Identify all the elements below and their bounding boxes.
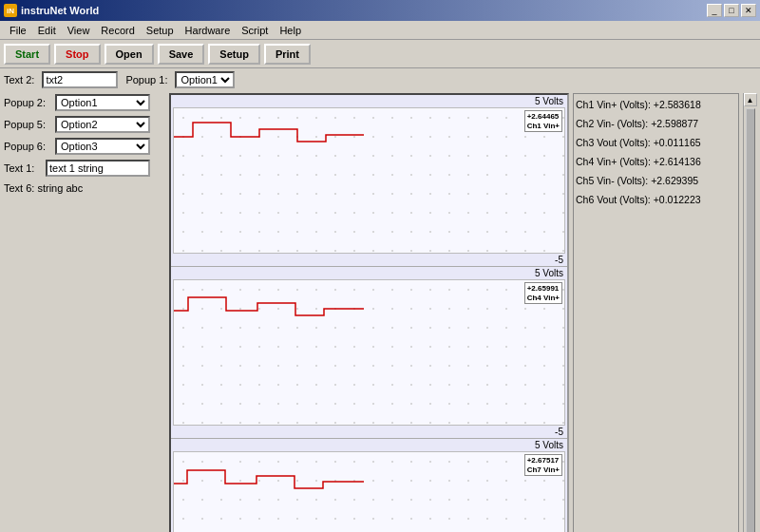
chart3-value-box: +2.67517 Ch7 Vin+ (524, 454, 562, 476)
popup5-label: Popup 5: (4, 119, 51, 130)
stop-button[interactable]: Stop (54, 44, 100, 65)
ch6-reading: Ch6 Vout (Volts): +0.012223 (576, 191, 736, 208)
popup5-row: Popup 5: Option1Option2Option3 (4, 115, 165, 134)
menu-setup[interactable]: Setup (141, 23, 180, 38)
menu-script[interactable]: Script (236, 23, 274, 38)
menu-bar: File Edit View Record Setup Hardware Scr… (0, 21, 760, 40)
popup2-select[interactable]: Option1Option2Option3 (55, 94, 150, 111)
scroll-thumb[interactable] (746, 108, 755, 532)
minimize-button[interactable]: _ (707, 4, 722, 17)
chart2-value-box: +2.65991 Ch4 Vin+ (524, 282, 562, 304)
popup2-label: Popup 2: (4, 97, 51, 108)
text2-label: Text 2: (4, 74, 34, 86)
chart-1: 5 Volts +2.64465 Ch1 Vin+ (171, 95, 567, 267)
ch4-reading: Ch4 Vin+ (Volts): +2.614136 (576, 153, 736, 170)
chart-2: 5 Volts +2.65991 Ch4 Vin+ -5 (171, 267, 567, 439)
ch1-reading: Ch1 Vin+ (Volts): +2.583618 (576, 96, 736, 113)
vertical-scrollbar[interactable]: ▲ ▼ (743, 93, 756, 532)
maximize-button[interactable]: □ (724, 4, 739, 17)
text6-static: Text 6: string abc (4, 180, 165, 196)
print-button[interactable]: Print (264, 44, 311, 65)
close-button[interactable]: ✕ (741, 4, 756, 17)
open-button[interactable]: Open (104, 44, 154, 65)
window-controls: _ □ ✕ (707, 4, 756, 17)
right-panel: Ch1 Vin+ (Volts): +2.583618 Ch2 Vin- (Vo… (573, 93, 739, 532)
popup6-label: Popup 6: (4, 141, 51, 152)
chart1-svg (174, 108, 564, 253)
chart1-top-label: 5 Volts (171, 95, 567, 107)
popup5-select[interactable]: Option1Option2Option3 (55, 116, 150, 133)
chart2-svg (174, 280, 564, 425)
menu-help[interactable]: Help (274, 23, 307, 38)
ch3-reading: Ch3 Vout (Volts): +0.011165 (576, 134, 736, 151)
text1-label: Text 1: (4, 162, 42, 174)
chart2-top-label: 5 Volts (171, 267, 567, 279)
menu-view[interactable]: View (62, 23, 96, 38)
popup2-row: Popup 2: Option1Option2Option3 (4, 93, 165, 112)
text2-input[interactable]: txt2 (42, 71, 118, 88)
start-button[interactable]: Start (4, 44, 50, 65)
window-title: instruNet World (21, 5, 99, 16)
top-row: Text 2: txt2 Popup 1: Option1 Option2 Op… (0, 68, 760, 91)
text1-input[interactable]: text 1 string (46, 160, 150, 177)
ch2-reading: Ch2 Vin- (Volts): +2.598877 (576, 115, 736, 132)
left-panel: Popup 2: Option1Option2Option3 Popup 5: … (4, 93, 165, 532)
chart3-top-label: 5 Volts (171, 439, 567, 451)
popup1-label: Popup 1: (125, 74, 167, 86)
popup1-select[interactable]: Option1 Option2 Option3 (175, 71, 235, 88)
save-button[interactable]: Save (158, 44, 205, 65)
menu-edit[interactable]: Edit (32, 23, 62, 38)
text1-row: Text 1: text 1 string (4, 159, 165, 178)
popup6-row: Popup 6: Option1Option2Option3 (4, 137, 165, 156)
toolbar: Start Stop Open Save Setup Print (0, 40, 760, 68)
chart1-value-box: +2.64465 Ch1 Vin+ (524, 110, 562, 132)
chart1-bottom-label: -5 (171, 254, 567, 266)
svg-rect-3 (174, 452, 564, 532)
menu-record[interactable]: Record (95, 23, 140, 38)
svg-rect-2 (174, 280, 564, 425)
scroll-up-arrow[interactable]: ▲ (744, 93, 757, 106)
app-icon: iN (4, 4, 17, 17)
menu-file[interactable]: File (4, 23, 32, 38)
popup6-select[interactable]: Option1Option2Option3 (55, 138, 150, 155)
chart-3: 5 Volts +2.67517 Ch7 Vin+ -5 (171, 439, 567, 532)
setup-button[interactable]: Setup (208, 44, 260, 65)
menu-hardware[interactable]: Hardware (180, 23, 237, 38)
svg-rect-1 (174, 108, 564, 253)
chart3-svg (174, 452, 564, 532)
title-bar: iN instruNet World _ □ ✕ (0, 0, 760, 21)
chart2-bottom-label: -5 (171, 426, 567, 438)
main-body: Popup 2: Option1Option2Option3 Popup 5: … (0, 91, 760, 532)
ch5-reading: Ch5 Vin- (Volts): +2.629395 (576, 172, 736, 189)
